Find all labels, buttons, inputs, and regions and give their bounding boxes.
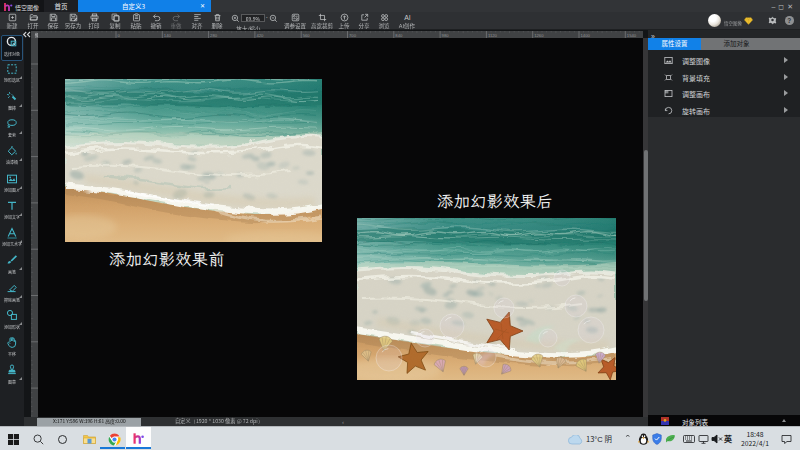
svg-text:1400: 1400 [581, 33, 591, 38]
svg-text:560: 560 [303, 33, 311, 38]
svg-text:420: 420 [256, 33, 264, 38]
svg-text:AI: AI [404, 14, 411, 21]
svg-text:140: 140 [164, 33, 172, 38]
svg-text:1540: 1540 [627, 33, 637, 38]
svg-text:700: 700 [349, 33, 357, 38]
svg-text:980: 980 [442, 33, 450, 38]
svg-text:1120: 1120 [488, 33, 498, 38]
svg-text:840: 840 [395, 33, 403, 38]
svg-text:280: 280 [210, 33, 218, 38]
svg-text:1260: 1260 [534, 33, 544, 38]
